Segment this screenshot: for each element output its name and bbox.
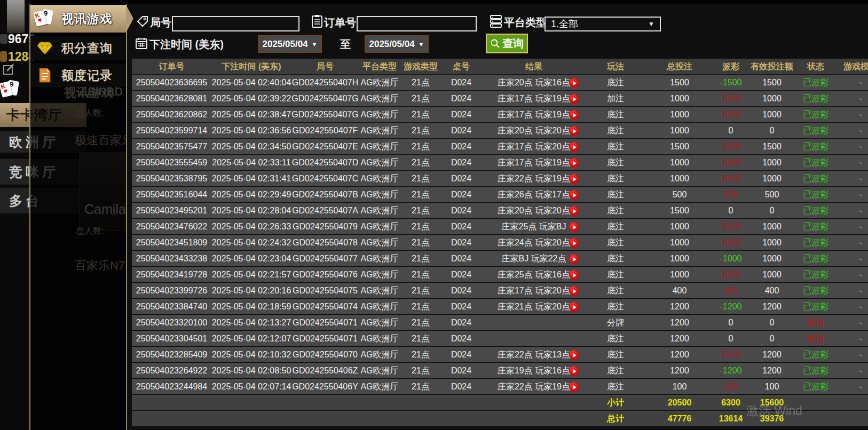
cell-game-type: 21点 [400,219,441,234]
column-header: 结果 [482,59,586,74]
cell-table: D024 [441,347,482,362]
cell-result: 庄家20点 玩家16点 [482,75,586,90]
table-row[interactable]: 2505040234760222025-05-04 02:26:33GD0242… [132,219,868,234]
cell-round: GD0242550407D [291,155,359,170]
diamond-icon [34,41,56,55]
play-video-button[interactable] [569,270,579,280]
cell-valid-bet: 1000 [747,107,796,122]
cell-time: 2025-05-04 02:28:04 [211,203,291,218]
cell-table: D024 [441,203,482,218]
cell-valid-bet: 1500 [747,75,796,90]
result-text: 庄家21点 玩家20点 [492,301,576,313]
cell-round: GD0242550407G [291,91,359,106]
menu-label: 积分查询 [61,40,113,57]
platform-type-select[interactable]: 1.全部 ▼ [545,17,661,31]
table-row[interactable]: 2505040232854092025-05-04 02:10:32GD0242… [132,347,868,362]
cell-status: 已派彩 [796,139,835,154]
table-row[interactable]: 2505040235554592025-05-04 02:33:11GD0242… [132,155,868,170]
play-video-button[interactable] [569,350,579,360]
cell-table: D024 [441,155,482,170]
table-row[interactable]: 2505040235997142025-05-04 02:36:56GD0242… [132,123,868,138]
play-video-button[interactable] [569,94,579,104]
play-video-button[interactable] [569,366,579,376]
search-button[interactable]: 查询 [486,34,528,53]
date-from-select[interactable]: 2025/05/04▼ [258,35,322,53]
table-row[interactable]: 2505040234952012025-05-04 02:28:04GD0242… [132,203,868,218]
cell-status: 已派彩 [796,123,835,138]
round-number-label: 局号 [150,15,171,30]
cell-game-mode: - [835,219,868,234]
cell-round: GD0242550407H [291,75,359,90]
cell-table: D024 [441,363,482,378]
table-row[interactable]: 2505040235160442025-05-04 02:29:49GD0242… [132,187,868,202]
cell-result: 庄家25点 玩家16点 [482,267,586,282]
play-video-button[interactable] [569,78,579,88]
play-video-button[interactable] [569,158,579,168]
table-row[interactable]: 2505040233201002025-05-04 02:13:27GD0242… [132,315,868,330]
menu-item-points-query[interactable]: 积分查询 [30,36,126,60]
table-row[interactable]: 2505040236280812025-05-04 02:39:22GD0242… [132,91,868,106]
cell-total-bet: 1000 [645,171,714,186]
round-number-input[interactable] [172,16,299,31]
result-text: 庄家20点 玩家20点 [492,205,576,217]
play-video-button[interactable] [569,238,579,248]
table-row[interactable]: 2505040236208622025-05-04 02:38:47GD0242… [132,107,868,122]
table-row[interactable]: 2505040233847402025-05-04 02:18:59GD0242… [132,299,868,314]
panel-menu-border [126,4,127,430]
play-video-button[interactable] [569,190,579,200]
play-video-button[interactable] [569,110,579,120]
play-video-button[interactable] [569,142,579,152]
cell-game-type: 21点 [400,75,441,90]
records-panel: 9K♥ 视讯游戏 积分查询 [0,0,868,430]
table-row[interactable]: 2505040234518092025-05-04 02:24:32GD0242… [132,235,868,250]
date-to-select[interactable]: 2025/05/04▼ [365,35,429,53]
table-row[interactable]: 2505040234197282025-05-04 02:21:57GD0242… [132,267,868,282]
menu-item-quota-records[interactable]: 额度记录 [30,63,126,87]
cell-result: 庄家20点 玩家20点 [482,123,586,138]
play-video-button[interactable] [569,206,579,216]
tag-icon [137,15,148,27]
cell-round: GD02425504075 [291,283,359,298]
table-row[interactable]: 2505040236366952025-05-04 02:40:04GD0242… [132,75,868,90]
chevron-down-icon: ▼ [312,41,318,47]
cell-empty [400,411,441,426]
cell-play-type: 底注 [586,139,645,154]
play-video-button[interactable] [569,302,579,312]
cell-order: 250504023495201 [132,203,211,218]
cell-total-bet: 1500 [645,75,714,90]
cell-payout: 1000 [714,235,747,250]
play-video-button[interactable] [569,286,579,296]
play-video-button[interactable] [569,382,579,392]
order-number-input[interactable] [357,16,477,31]
table-row[interactable]: 2505040233045012025-05-04 02:12:07GD0242… [132,331,868,346]
table-row[interactable]: 2505040235387952025-05-04 02:31:41GD0242… [132,171,868,186]
cell-game-type: 21点 [400,139,441,154]
menu-item-video-games[interactable]: 9K♥ 视讯游戏 [30,5,126,33]
cell-status: 取消 [796,315,835,330]
play-video-button[interactable] [569,254,579,264]
play-video-button[interactable] [569,222,579,232]
cell-round: GD02425504070 [291,347,359,362]
table-row[interactable]: 2505040232649222025-05-04 02:08:50GD0242… [132,363,868,378]
cell-round: GD02425504079 [291,219,359,234]
cell-play-type: 底注 [586,171,645,186]
cell-round: GD0242550407G [291,107,359,122]
table-row[interactable]: 2505040234332382025-05-04 02:23:04GD0242… [132,251,868,266]
cell-payout: 1500 [714,139,747,154]
result-text: 庄家20点 玩家16点 [492,77,576,89]
cell-game-mode: - [835,91,868,106]
cell-game-mode: - [835,299,868,314]
platform-icon [490,14,502,28]
cell-payout: 500 [714,187,747,202]
table-row[interactable]: 2505040235754772025-05-04 02:34:50GD0242… [132,139,868,154]
table-row[interactable]: 2505040232449842025-05-04 02:07:14GD0242… [132,379,868,394]
cell-play-type: 底注 [586,347,645,362]
cell-table: D024 [441,107,482,122]
table-row[interactable]: 2505040233997262025-05-04 02:20:16GD0242… [132,283,868,298]
cell-table: D024 [441,219,482,234]
cell-game-type: 21点 [400,331,441,346]
calendar-icon [135,37,148,50]
cell-time: 2025-05-04 02:10:32 [211,347,291,362]
play-video-button[interactable] [569,174,579,184]
play-video-button[interactable] [569,126,579,136]
